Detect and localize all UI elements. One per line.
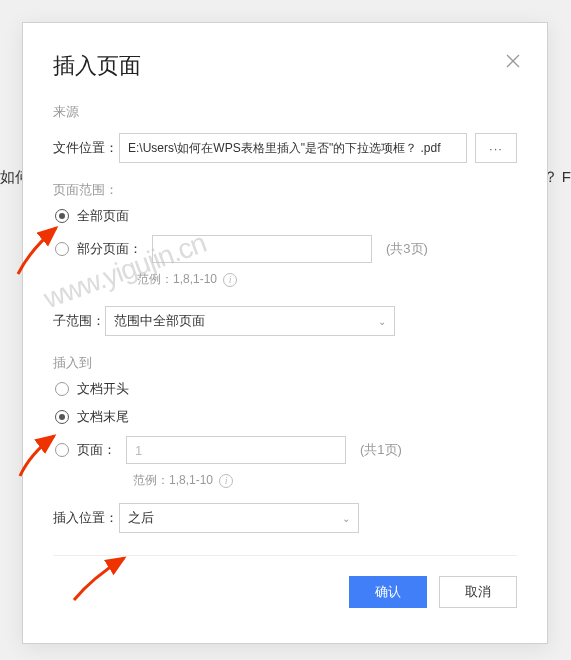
insert-position-select[interactable]: 之后 ⌄ [119, 503, 359, 533]
subrange-value: 范围中全部页面 [114, 312, 205, 330]
close-icon [506, 54, 520, 68]
insert-position-value: 之后 [128, 509, 154, 527]
chevron-down-icon: ⌄ [342, 513, 350, 524]
info-icon[interactable]: i [219, 474, 233, 488]
dialog-title: 插入页面 [53, 51, 517, 81]
radio-partial-pages-label[interactable]: 部分页面： [77, 240, 142, 258]
ok-button[interactable]: 确认 [349, 576, 427, 608]
subrange-select[interactable]: 范围中全部页面 ⌄ [105, 306, 395, 336]
insert-position-label: 插入位置： [53, 509, 119, 527]
close-button[interactable] [503, 51, 523, 71]
file-location-label: 文件位置： [53, 139, 119, 157]
cancel-button[interactable]: 取消 [439, 576, 517, 608]
total-pages-target: (共1页) [360, 441, 402, 459]
radio-doc-start-label[interactable]: 文档开头 [77, 380, 129, 398]
divider [53, 555, 517, 556]
source-section-label: 来源 [53, 103, 517, 121]
page-range-label: 页面范围： [53, 181, 517, 199]
insert-page-dialog: 插入页面 来源 文件位置： E:\Users\如何在WPS表格里插入"是否"的下… [22, 22, 548, 644]
browse-button[interactable]: ··· [475, 133, 517, 163]
page-number-input[interactable]: 1 [126, 436, 346, 464]
radio-all-pages-label[interactable]: 全部页面 [77, 207, 129, 225]
radio-page-label[interactable]: 页面： [77, 441, 116, 459]
info-icon[interactable]: i [223, 273, 237, 287]
radio-all-pages[interactable] [55, 209, 69, 223]
total-pages-source: (共3页) [386, 240, 428, 258]
range-hint-source: 范例：1,8,1-10 i [137, 271, 517, 288]
insert-to-label: 插入到 [53, 354, 517, 372]
radio-doc-end[interactable] [55, 410, 69, 424]
subrange-label: 子范围： [53, 312, 105, 330]
range-hint-target: 范例：1,8,1-10 i [133, 472, 517, 489]
chevron-down-icon: ⌄ [378, 316, 386, 327]
file-path-input[interactable]: E:\Users\如何在WPS表格里插入"是否"的下拉选项框？ .pdf [119, 133, 467, 163]
radio-doc-end-label[interactable]: 文档末尾 [77, 408, 129, 426]
partial-pages-input[interactable] [152, 235, 372, 263]
radio-partial-pages[interactable] [55, 242, 69, 256]
radio-page[interactable] [55, 443, 69, 457]
radio-doc-start[interactable] [55, 382, 69, 396]
